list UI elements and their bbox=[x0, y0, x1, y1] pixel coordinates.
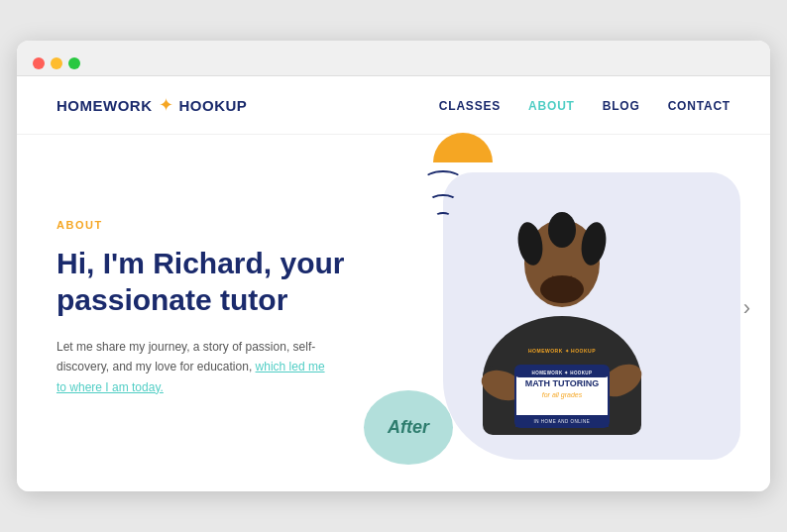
nav-item-classes[interactable]: CLASSES bbox=[439, 96, 501, 114]
hero-left: ABOUT Hi, I'm Richard, your passionate t… bbox=[56, 219, 394, 397]
nav-link-classes[interactable]: CLASSES bbox=[439, 99, 501, 113]
logo-text-2: HOOKUP bbox=[179, 97, 248, 114]
hero-section: ABOUT Hi, I'm Richard, your passionate t… bbox=[17, 135, 770, 491]
after-badge: After bbox=[364, 390, 453, 465]
browser-chrome bbox=[17, 41, 770, 76]
nav-link-contact[interactable]: CONTACT bbox=[668, 99, 731, 113]
tutor-figure: HOMEWORK ✦ HOOKUP HOMEWORK ✦ HOOKUP MATH… bbox=[448, 182, 676, 435]
nav-link-blog[interactable]: BLOG bbox=[603, 99, 640, 113]
svg-point-6 bbox=[548, 212, 576, 248]
chevron-right-icon[interactable]: › bbox=[743, 295, 750, 321]
hero-description: Let me share my journey, a story of pass… bbox=[56, 337, 334, 397]
browser-window: HOMEWORK ✦ HOOKUP CLASSES ABOUT BLOG CON… bbox=[17, 41, 770, 491]
svg-text:IN HOME AND ONLINE: IN HOME AND ONLINE bbox=[534, 419, 591, 424]
logo: HOMEWORK ✦ HOOKUP bbox=[56, 94, 247, 116]
svg-text:for all grades: for all grades bbox=[542, 391, 583, 399]
after-badge-text: After bbox=[388, 417, 429, 438]
wifi-arc-medium bbox=[429, 194, 457, 208]
svg-text:HOMEWORK ✦ HOOKUP: HOMEWORK ✦ HOOKUP bbox=[532, 371, 593, 375]
logo-text-1: HOMEWORK bbox=[56, 97, 153, 114]
hero-title: Hi, I'm Richard, your passionate tutor bbox=[56, 245, 374, 319]
wifi-arc-large bbox=[423, 170, 463, 190]
wifi-arcs bbox=[423, 170, 463, 220]
wifi-decoration bbox=[423, 162, 463, 220]
navigation: HOMEWORK ✦ HOOKUP CLASSES ABOUT BLOG CON… bbox=[17, 76, 770, 135]
page-content: HOMEWORK ✦ HOOKUP CLASSES ABOUT BLOG CON… bbox=[17, 76, 770, 491]
nav-item-contact[interactable]: CONTACT bbox=[668, 96, 731, 114]
nav-links: CLASSES ABOUT BLOG CONTACT bbox=[439, 96, 731, 114]
hero-right: HOMEWORK ✦ HOOKUP HOMEWORK ✦ HOOKUP MATH… bbox=[394, 182, 731, 435]
wifi-half-circle bbox=[433, 133, 493, 162]
hero-description-link[interactable]: which led me to where I am today. bbox=[56, 360, 325, 393]
svg-point-7 bbox=[540, 275, 584, 303]
wifi-arc-small bbox=[435, 212, 451, 220]
nav-item-about[interactable]: ABOUT bbox=[528, 96, 575, 114]
tutor-svg: HOMEWORK ✦ HOOKUP HOMEWORK ✦ HOOKUP MATH… bbox=[448, 182, 676, 435]
nav-item-blog[interactable]: BLOG bbox=[603, 96, 640, 114]
svg-text:MATH TUTORING: MATH TUTORING bbox=[525, 378, 600, 388]
maximize-dot[interactable] bbox=[68, 57, 80, 69]
minimize-dot[interactable] bbox=[51, 57, 62, 69]
nav-link-about[interactable]: ABOUT bbox=[528, 99, 575, 113]
close-dot[interactable] bbox=[33, 57, 45, 69]
svg-text:HOMEWORK ✦ HOOKUP: HOMEWORK ✦ HOOKUP bbox=[528, 348, 596, 354]
section-label: ABOUT bbox=[56, 219, 374, 231]
logo-star-icon: ✦ bbox=[159, 94, 173, 116]
